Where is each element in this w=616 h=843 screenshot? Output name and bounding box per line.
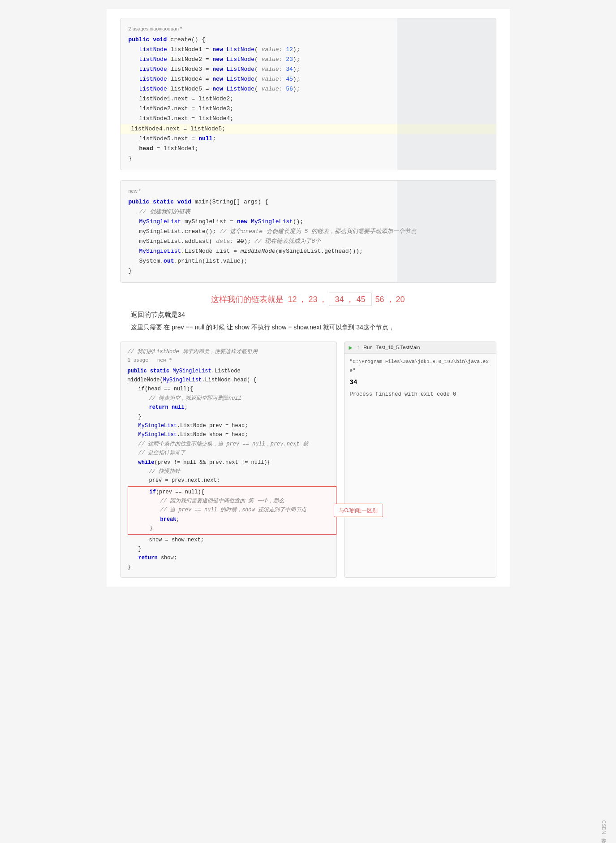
code-comment: // 因为我们需要返回链中间位置的 第 一个，那么 (150, 497, 336, 506)
code-meta-3: 1 usage new * (128, 356, 329, 365)
code-line: listNode1.next = listNode2; (129, 94, 488, 104)
run-panel-output: 34 (350, 376, 491, 389)
chain-boxed: 34 ， 45 (329, 293, 371, 306)
code-line: ListNode listNode4 = new ListNode( value… (129, 74, 488, 84)
code-comment-inner: // 我们的ListNode 属于内部类，使要这样才能引用 (128, 347, 329, 356)
code-signature: public static MySingleList.ListNode midd… (128, 367, 329, 385)
run-panel: ▶ ↑ Run Test_10_5.TestMain "C:\Program F… (344, 342, 496, 578)
code-comment: // 当 prev == null 的时候，show 还没走到了中间节点 (150, 506, 336, 514)
code-line: mySingleList.create(); // 这个create 会创建长度… (129, 227, 488, 237)
code-line: } (128, 412, 329, 421)
code-line-method: public void create() { (129, 35, 488, 45)
chain-sep: ， (386, 294, 394, 305)
code-meta-1: 2 usages xiaoxiaoquan * (129, 25, 488, 33)
code-line: prev = prev.next.next; (128, 476, 329, 485)
page-container: 2 usages xiaoxiaoquan * public void crea… (107, 9, 510, 587)
code-line: MySingleList.ListNode list = middleNode(… (129, 246, 488, 256)
code-line: break; (150, 515, 336, 524)
run-panel-header: ▶ ↑ Run Test_10_5.TestMain (345, 342, 496, 354)
desc-text: 这里只需要 在 prev == null 的时候 让 show 不执行 show… (131, 322, 496, 333)
code-line: public static void main(String[] args) { (129, 197, 488, 207)
code-line: } (128, 545, 329, 553)
run-panel-exit: Process finished with exit code 0 (350, 389, 491, 400)
panel-tabs: Run Test_10_5.TestMain (363, 345, 420, 350)
code-line-close: } (128, 563, 329, 572)
chain-display: 这样我们的链表就是 12 ， 23 ， 34 ， 45 56 ， 20 (120, 293, 496, 306)
code-block-3: // 我们的ListNode 属于内部类，使要这样才能引用 1 usage ne… (120, 342, 337, 578)
code-block-2: new * public static void main(String[] a… (120, 180, 496, 283)
code-line: listNode5.next = null; (129, 134, 488, 144)
keyword-void: void (153, 36, 170, 43)
code-line: if(prev == null){ (150, 488, 336, 497)
run-tab-name: Test_10_5.TestMain (376, 345, 420, 350)
code-line: while(prev != null && prev.next != null)… (128, 458, 329, 467)
code-line: if(head == null){ (128, 385, 329, 393)
annotation-label: 与OJ的唯一区别 (334, 503, 383, 517)
code-comment: // 这两个条件的位置不能交换，当 prev == null，prev.next… (128, 440, 329, 449)
code-line: ListNode listNode1 = new ListNode( value… (129, 45, 488, 55)
code-line: show = show.next; (128, 536, 329, 545)
code-line: return null; (128, 403, 329, 412)
method-name: create() { (170, 36, 205, 43)
chain-sep: ， (298, 294, 306, 305)
code-line: return show; (128, 553, 329, 562)
code-line: ListNode listNode3 = new ListNode( value… (129, 65, 488, 74)
code-comment: // 链表为空，就返回空即可删除null (128, 394, 329, 403)
code-block-1: 2 usages xiaoxiaoquan * public void crea… (120, 18, 496, 170)
code-line: ListNode listNode2 = new ListNode( value… (129, 55, 488, 65)
bottom-section: // 我们的ListNode 属于内部类，使要这样才能引用 1 usage ne… (120, 342, 496, 578)
chain-val: 12 (285, 295, 297, 304)
code-comment: // 快慢指针 (128, 467, 329, 476)
chain-val: 56 (373, 295, 384, 304)
chain-val: 23 (308, 295, 317, 304)
code-line-close: } (129, 266, 488, 276)
run-panel-path: "C:\Program Files\Java\jdk1.8.0_192\bin\… (350, 357, 491, 376)
code-line-close: } (150, 524, 336, 533)
code-comment: // 创建我们的链表 (129, 207, 488, 217)
code-line: listNode3.next = listNode4; (129, 114, 488, 124)
boxed-block: if(prev == null){ // 因为我们需要返回链中间位置的 第 一个… (128, 486, 336, 535)
code-line-head: head = listNode1; (129, 144, 488, 154)
code-line: mySingleList.addLast( data: 20); // 现在链表… (129, 237, 488, 246)
code-line-close: } (129, 154, 488, 164)
keyword-public: public (129, 36, 150, 43)
code-line: MySingleList.ListNode show = head; (128, 430, 329, 439)
run-icon: ▶ (349, 344, 353, 351)
boxed-block-container: if(prev == null){ // 因为我们需要返回链中间位置的 第 一个… (128, 486, 329, 535)
code-line: listNode2.next = listNode3; (129, 104, 488, 114)
result-text: 返回的节点就是34 (131, 311, 496, 319)
run-tab-label: Run (363, 345, 375, 350)
code-line-highlight: listNode4.next = listNode5; (121, 124, 496, 134)
code-line: ListNode listNode5 = new ListNode( value… (129, 84, 488, 94)
run-icon-2: ↑ (356, 344, 360, 351)
run-panel-body: "C:\Program Files\Java\jdk1.8.0_192\bin\… (345, 354, 496, 403)
code-line: MySingleList mySingleList = new MySingle… (129, 217, 488, 227)
code-line: MySingleList.ListNode prev = head; (128, 421, 329, 430)
code-meta-2: new * (129, 187, 488, 195)
chain-val: 20 (396, 295, 405, 304)
code-line: System.out.println(list.value); (129, 256, 488, 266)
chain-sep: ， (319, 294, 327, 305)
chain-label: 这样我们的链表就是 (211, 294, 284, 305)
code-comment: // 是空指针异常了 (128, 449, 329, 458)
